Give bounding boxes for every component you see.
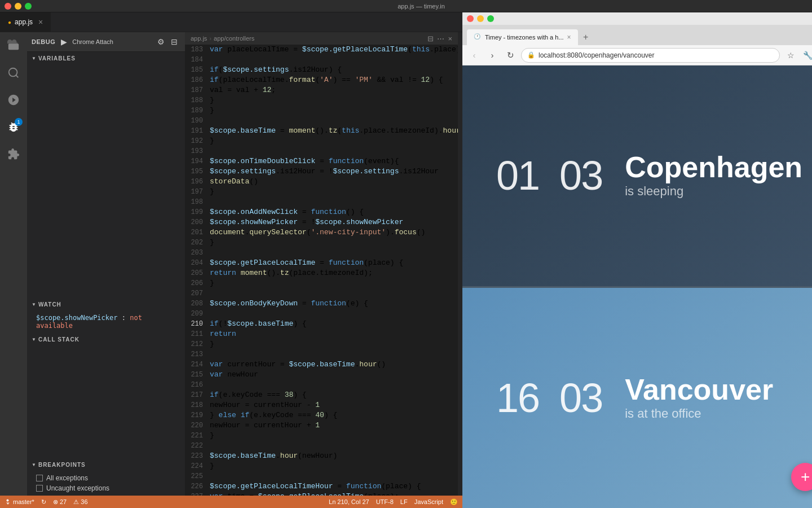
browser-max-btn[interactable]	[487, 15, 494, 22]
debug-play-btn[interactable]: ▶	[58, 36, 70, 48]
timey-copenhagen: 01 03 Copenhagen is sleeping	[462, 65, 812, 286]
status-warnings[interactable]: ⚠ 36	[73, 498, 87, 506]
code-line: return moment().tz(place.timezoneId);	[210, 268, 458, 278]
activity-git[interactable]	[0, 86, 27, 113]
mac-close-btn[interactable]	[5, 3, 11, 10]
bp-all-exceptions-checkbox[interactable]	[36, 475, 43, 481]
activity-search[interactable]	[0, 59, 27, 86]
status-sync[interactable]: ↻	[41, 498, 46, 506]
code-line: return	[210, 329, 458, 339]
browser-titlebar	[462, 12, 812, 25]
code-lines: var placeLocalTime = $scope.getPlaceLoca…	[208, 45, 458, 496]
browser-back-btn[interactable]: ‹	[467, 48, 482, 63]
line-number: 205	[185, 268, 203, 278]
line-number: 215	[185, 370, 203, 380]
code-line: $scope.onBodyKeyDown = function(e) {	[210, 299, 458, 309]
line-number: 213	[185, 349, 203, 360]
status-branch[interactable]: master*	[5, 498, 34, 505]
browser-content: 01 03 Copenhagen is sleeping 16 03 Vanco…	[462, 65, 812, 508]
breakpoints-arrow: ▼	[32, 462, 36, 467]
browser-bookmark-btn[interactable]: ☆	[783, 48, 798, 63]
line-number: 214	[185, 360, 203, 370]
status-emoji[interactable]: 🙂	[450, 498, 458, 506]
browser-forward-btn[interactable]: ›	[485, 48, 500, 63]
status-language[interactable]: JavaScript	[414, 498, 443, 505]
line-number: 190	[185, 116, 203, 126]
debug-sidebar: DEBUG ▶ Chrome Attach ⚙ ⊟ ▼ VARIABLES	[27, 32, 185, 496]
watch-section-header[interactable]: ▼ WATCH	[27, 298, 185, 310]
line-number: 216	[185, 380, 203, 390]
status-branch-text: master*	[13, 498, 34, 505]
tab-close-icon[interactable]: ×	[38, 17, 43, 27]
activity-explorer[interactable]	[0, 32, 27, 59]
line-number: 186	[185, 75, 203, 85]
line-number: 194	[185, 156, 203, 167]
code-line: document.querySelector('.new-city-input'…	[210, 227, 458, 238]
code-line: }	[210, 238, 458, 248]
browser-extensions-btn[interactable]: 🔧	[800, 48, 812, 63]
bp-uncaught-exceptions-checkbox[interactable]	[36, 485, 43, 492]
line-number: 210	[185, 319, 203, 329]
code-line	[210, 116, 458, 126]
mac-min-btn[interactable]	[15, 3, 21, 10]
copenhagen-status: is sleeping	[625, 184, 802, 199]
browser-tab-close-btn[interactable]: ×	[567, 33, 571, 41]
split-editor-icon[interactable]: ⊟	[427, 34, 434, 43]
more-actions-icon[interactable]: ⋯	[437, 34, 444, 43]
svg-rect-0	[8, 43, 19, 50]
browser-close-btn[interactable]	[467, 15, 474, 22]
debug-settings-btn[interactable]: ⚙	[155, 36, 167, 48]
code-line: if($scope.settings.is12Hour) {	[210, 65, 458, 75]
line-number: 204	[185, 258, 203, 268]
line-number: 227	[185, 492, 203, 496]
line-number: 197	[185, 187, 203, 197]
editor-tab-app-js[interactable]: ● app.js ×	[0, 12, 51, 32]
line-number: 201	[185, 227, 203, 238]
editor-breadcrumb: app.js › app/controllers ⊟ ⋯ ×	[185, 32, 458, 45]
line-number: 221	[185, 431, 203, 441]
line-number: 196	[185, 177, 203, 187]
url-bar[interactable]: 🔒 localhost:8080/copenhagen/vancouver	[521, 48, 780, 63]
browser-tab-timey[interactable]: 🕐 Timey - timezones with a h... ×	[467, 29, 578, 45]
callstack-arrow: ▼	[32, 337, 36, 342]
debug-split-btn[interactable]: ⊟	[168, 36, 180, 48]
line-number: 193	[185, 146, 203, 156]
line-numbers: 1831841851861871881891901911921931941951…	[185, 45, 208, 496]
variables-section-header[interactable]: ▼ VARIABLES	[27, 52, 185, 64]
status-errors[interactable]: ⊗ 27	[53, 498, 67, 506]
svg-line-2	[16, 75, 18, 77]
status-eol[interactable]: LF	[400, 498, 408, 505]
watch-label: WATCH	[38, 301, 61, 308]
svg-point-1	[9, 68, 17, 77]
code-line: $scope.baseTime.hour(newHour)	[210, 451, 458, 461]
copenhagen-time: 01 03	[496, 152, 602, 199]
callstack-section-header[interactable]: ▼ CALL STACK	[27, 333, 185, 345]
code-line: $scope.showNewPicker = !$scope.showNewPi…	[210, 217, 458, 227]
debug-label: DEBUG	[32, 38, 55, 45]
activity-extensions[interactable]	[0, 141, 27, 168]
browser-right-btns: ☆ 🔧 ☰	[783, 48, 812, 63]
vscode-content: 1 DEBUG ▶ Chrome Attach ⚙ ⊟	[0, 32, 462, 496]
browser-new-tab-btn[interactable]: +	[578, 29, 594, 45]
line-number: 225	[185, 471, 203, 481]
breakpoints-section-header[interactable]: ▼ BREAKPOINTS	[27, 458, 185, 471]
code-line: $scope.settings.is12Hour = !$scope.setti…	[210, 167, 458, 177]
browser-reload-btn[interactable]: ↻	[503, 48, 518, 63]
code-area[interactable]: 1831841851861871881891901911921931941951…	[185, 45, 458, 496]
activity-debug[interactable]: 1	[0, 113, 27, 141]
mac-max-btn[interactable]	[25, 3, 32, 10]
status-encoding[interactable]: UTF-8	[376, 498, 394, 505]
debug-badge: 1	[15, 118, 23, 126]
close-editor-icon[interactable]: ×	[448, 34, 452, 43]
line-number: 206	[185, 278, 203, 288]
add-city-fab[interactable]: +	[791, 463, 812, 491]
code-line: $scope.onAddNewClick = function() {	[210, 207, 458, 217]
bp-all-exceptions-label: All exceptions	[46, 474, 88, 482]
status-line-col[interactable]: Ln 210, Col 27	[329, 498, 369, 505]
browser-min-btn[interactable]	[477, 15, 484, 22]
line-number: 209	[185, 309, 203, 319]
vancouver-info: Vancouver is at the office	[625, 375, 773, 421]
editor-scrollbar[interactable]	[458, 32, 462, 496]
breakpoints-content: All exceptions Uncaught exceptions	[27, 471, 185, 496]
code-line: }	[210, 136, 458, 146]
